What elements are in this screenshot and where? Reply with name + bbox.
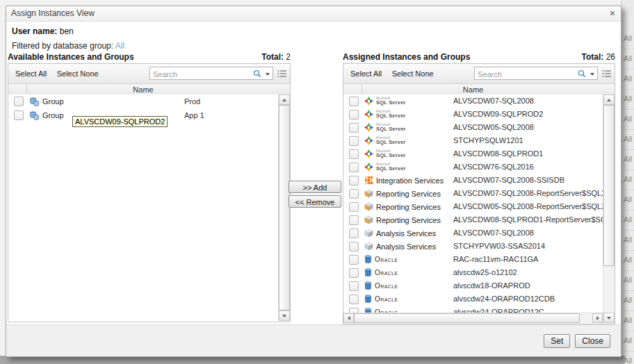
- row-checkbox[interactable]: [349, 242, 359, 251]
- row-checkbox[interactable]: [349, 295, 359, 304]
- available-total: Total: 2: [261, 52, 291, 62]
- select-all-link[interactable]: Select All: [350, 64, 382, 83]
- row-type-label: Reporting Services: [376, 203, 441, 211]
- row-type: Reporting Services: [364, 187, 441, 200]
- table-row[interactable]: Oracle alvscdw24-ORAPROD12CDB: [343, 292, 603, 306]
- select-all-link[interactable]: Select All: [15, 64, 47, 83]
- column-separator: [361, 84, 362, 95]
- row-name: alvscdw24-ORAPROD12CDB: [453, 292, 555, 306]
- filter-line: Filtered by database group: All: [12, 41, 124, 51]
- row-checkbox[interactable]: [349, 149, 359, 159]
- row-checkbox[interactable]: [349, 189, 359, 199]
- table-row[interactable]: Reporting Services ALVSCDW05-SQL2008-Rep…: [343, 200, 603, 213]
- table-row[interactable]: Group Prod: [8, 94, 278, 108]
- row-checkbox[interactable]: [349, 268, 359, 278]
- add-button[interactable]: >> Add: [288, 181, 341, 193]
- scroll-right-button[interactable]: [592, 313, 603, 323]
- analysis-icon: [364, 242, 373, 251]
- table-row[interactable]: MicrosoftSQL Server ALVSCDW07-SQL2008: [343, 94, 603, 108]
- row-checkbox[interactable]: [14, 97, 24, 106]
- scroll-thumb[interactable]: [603, 105, 615, 266]
- search-input[interactable]: [150, 69, 247, 80]
- close-button[interactable]: Close: [575, 334, 610, 348]
- table-row[interactable]: MicrosoftSQL Server ALVSCDW09-SQLPROD2: [343, 108, 603, 121]
- column-options-icon[interactable]: [277, 69, 287, 78]
- assigned-vertical-scrollbar[interactable]: [603, 94, 615, 323]
- table-row[interactable]: Oracle RAC-rac11vm-RAC11GA: [343, 253, 603, 266]
- scroll-down-button[interactable]: [279, 311, 290, 321]
- row-checkbox[interactable]: [349, 110, 359, 119]
- row-checkbox[interactable]: [349, 136, 359, 146]
- table-row[interactable]: Reporting Services ALVSCDW07-SQL2008-Rep…: [343, 187, 603, 200]
- filter-group-link[interactable]: All: [115, 41, 124, 51]
- row-type-label: Group: [42, 111, 64, 119]
- oracle-icon: [364, 308, 372, 313]
- table-row[interactable]: MicrosoftSQL Server ALVSCDW05-SQL2008: [343, 121, 603, 134]
- search-input[interactable]: [475, 69, 572, 80]
- search-box: [474, 67, 598, 80]
- row-checkbox[interactable]: [349, 202, 359, 212]
- table-row[interactable]: Oracle alvscdw25-o12102: [343, 266, 603, 279]
- oracle-icon: [364, 281, 372, 290]
- row-type: Group: [29, 94, 64, 108]
- table-row[interactable]: Integration Services ALVSCDW07-SQL2008-S…: [343, 174, 603, 187]
- row-checkbox[interactable]: [349, 97, 359, 106]
- table-row[interactable]: Oracle alvscdw24-ORAPROD12C: [343, 306, 603, 313]
- row-name: alvscdw18-ORAPROD: [453, 279, 530, 292]
- table-row[interactable]: MicrosoftSQL Server STCHYPSQLW1201: [343, 134, 603, 147]
- row-name: ALVSCDW07-SQL2008-SSISDB: [453, 174, 564, 187]
- select-none-link[interactable]: Select None: [57, 64, 99, 83]
- available-vertical-scrollbar[interactable]: [278, 94, 290, 321]
- close-icon[interactable]: ×: [610, 7, 615, 20]
- reporting-icon: [364, 189, 373, 198]
- row-name: ALVSCDW07-SQL2008: [453, 226, 534, 240]
- search-icon[interactable]: [253, 69, 261, 78]
- search-dropdown-icon[interactable]: [590, 73, 594, 76]
- row-checkbox[interactable]: [349, 123, 359, 133]
- row-name: STCHYPVW03-SSAS2014: [453, 240, 545, 253]
- table-row[interactable]: MicrosoftSQL Server ALVSCDW76-SQL2016: [343, 160, 603, 174]
- column-options-icon[interactable]: [602, 69, 612, 78]
- remove-button[interactable]: << Remove: [288, 195, 341, 208]
- row-type-label: Analysis Services: [376, 229, 436, 238]
- scroll-up-button[interactable]: [279, 94, 290, 105]
- select-none-link[interactable]: Select None: [392, 64, 434, 83]
- sqlserver-icon: [364, 136, 373, 145]
- table-row[interactable]: Analysis Services ALVSCDW07-SQL2008: [343, 226, 603, 240]
- scroll-thumb[interactable]: [354, 313, 580, 323]
- scroll-up-button[interactable]: [603, 94, 615, 105]
- table-row[interactable]: Reporting Services ALVSCDW08-SQLPROD1-Re…: [343, 213, 603, 226]
- row-checkbox[interactable]: [349, 215, 359, 225]
- scroll-down-button[interactable]: [603, 313, 615, 323]
- row-checkbox[interactable]: [349, 176, 359, 185]
- scroll-left-button[interactable]: [343, 313, 354, 323]
- integration-icon: [364, 176, 373, 185]
- table-row[interactable]: MicrosoftSQL Server ALVSCDW08-SQLPROD1: [343, 147, 603, 160]
- group-icon: [29, 110, 40, 121]
- scroll-thumb[interactable]: [279, 105, 290, 311]
- row-checkbox[interactable]: [349, 255, 359, 265]
- row-checkbox[interactable]: [349, 229, 359, 238]
- set-button[interactable]: Set: [544, 334, 570, 348]
- row-checkbox[interactable]: [349, 281, 359, 291]
- assigned-horizontal-scrollbar[interactable]: [343, 313, 603, 323]
- background-cell: All: [624, 270, 634, 291]
- row-type-label: MicrosoftSQL Server: [376, 163, 406, 172]
- row-type-label: MicrosoftSQL Server: [376, 123, 406, 132]
- row-type-label: Group: [42, 97, 64, 106]
- search-dropdown-icon[interactable]: [266, 73, 270, 76]
- sqlserver-icon: [364, 163, 373, 172]
- table-row[interactable]: Oracle alvscdw18-ORAPROD: [343, 279, 603, 292]
- row-name: ALVSCDW09-SQLPROD2: [453, 108, 543, 121]
- available-section-header: Available Instances and Groups Total: 2: [8, 52, 291, 62]
- table-row[interactable]: Analysis Services STCHYPVW03-SSAS2014: [343, 240, 603, 253]
- row-checkbox[interactable]: [14, 110, 24, 120]
- row-type: Group: [29, 108, 64, 122]
- background-cell: All: [624, 69, 634, 90]
- row-type: MicrosoftSQL Server: [364, 147, 406, 160]
- row-checkbox[interactable]: [349, 163, 359, 172]
- name-column-header: Name: [343, 84, 615, 95]
- row-type: MicrosoftSQL Server: [364, 108, 406, 121]
- search-icon[interactable]: [578, 69, 586, 78]
- row-checkbox[interactable]: [349, 308, 359, 313]
